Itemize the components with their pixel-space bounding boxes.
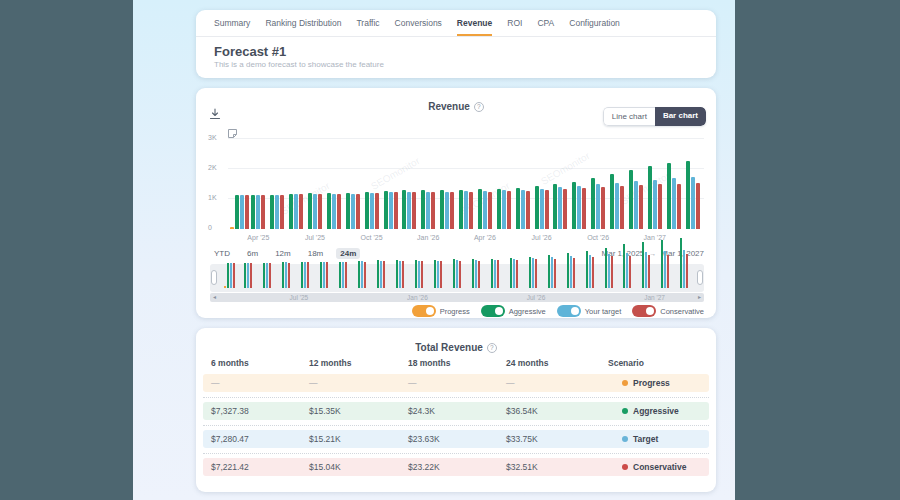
bar-group-sep-26[interactable] xyxy=(570,138,589,229)
mini-bar-aggressive xyxy=(472,259,474,288)
mini-bar-group xyxy=(504,258,523,288)
mini-bar-conservative xyxy=(686,254,688,288)
table-help-icon[interactable]: ? xyxy=(487,343,497,353)
bar-group-jun-26[interactable] xyxy=(513,138,532,229)
bar-conservative xyxy=(507,191,511,229)
bar-group-jul-25[interactable] xyxy=(306,138,325,229)
tab-cpa[interactable]: CPA xyxy=(537,10,554,36)
cell-target-6-months: $7,280.47 xyxy=(211,434,309,444)
mini-bar-conservative xyxy=(648,255,650,288)
mini-bar-your-target xyxy=(683,250,685,289)
scroll-left-icon[interactable]: ◂ xyxy=(213,293,216,302)
minimap-bars xyxy=(220,266,694,288)
range-option-24m[interactable]: 24m xyxy=(336,248,360,259)
bar-conservative xyxy=(394,192,398,229)
bar-group-jan-27[interactable] xyxy=(645,138,664,229)
bar-group-apr-25[interactable] xyxy=(249,138,268,229)
bar-group-jun-25[interactable] xyxy=(287,138,306,229)
bar-group-oct-26[interactable] xyxy=(589,138,608,229)
bar-conservative xyxy=(696,183,700,229)
bar-conservative xyxy=(375,193,379,229)
mini-bar-aggressive xyxy=(358,261,360,288)
bar-group-jan-26[interactable] xyxy=(419,138,438,229)
line-chart-button[interactable]: Line chart xyxy=(603,107,655,126)
bar-chart-button[interactable]: Bar chart xyxy=(655,107,706,126)
table-row-conservative[interactable]: $7,221.42$15.04K$23.22K$32.51KConservati… xyxy=(203,458,709,476)
table-row-aggressive[interactable]: $7,327.38$15.35K$24.3K$36.54KAggressive xyxy=(203,402,709,420)
mini-bar-your-target xyxy=(323,262,325,288)
bar-your-target xyxy=(691,177,695,230)
bar-group-may-25[interactable] xyxy=(268,138,287,229)
table-row-progress[interactable]: ————Progress xyxy=(203,374,709,392)
y-tick-0: 0 xyxy=(208,224,224,231)
bar-your-target xyxy=(653,180,657,229)
mini-bar-conservative xyxy=(554,259,556,288)
chart-scrollbar[interactable]: ◂ ▸ Jul '25Jan '26Jul '26Jan '27 xyxy=(210,293,704,302)
bar-group-may-26[interactable] xyxy=(494,138,513,229)
page-title: Forecast #1 xyxy=(196,37,716,60)
column-header-24-months: 24 months xyxy=(506,358,608,368)
bar-group-mar-27[interactable] xyxy=(683,138,702,229)
range-option-12m[interactable]: 12m xyxy=(271,248,295,259)
range-option-ytd[interactable]: YTD xyxy=(210,248,234,259)
help-icon[interactable]: ? xyxy=(474,102,484,112)
tab-ranking-distribution[interactable]: Ranking Distribution xyxy=(265,10,341,36)
mini-bar-your-target xyxy=(285,262,287,288)
mini-bar-group xyxy=(296,262,315,288)
mini-bar-conservative xyxy=(629,256,631,288)
legend-toggle-your-target[interactable] xyxy=(557,305,581,317)
tab-conversions[interactable]: Conversions xyxy=(395,10,442,36)
download-icon[interactable] xyxy=(209,108,221,120)
bar-group-sep-25[interactable] xyxy=(343,138,362,229)
bar-aggressive xyxy=(686,161,690,229)
bar-group-nov-26[interactable] xyxy=(608,138,627,229)
brush-handle-right[interactable] xyxy=(697,270,703,285)
bar-your-target xyxy=(332,194,336,229)
bar-group-apr-26[interactable] xyxy=(476,138,495,229)
bar-your-target xyxy=(407,192,411,229)
scenario-label-conservative: Conservative xyxy=(633,462,686,472)
range-option-18m[interactable]: 18m xyxy=(304,248,328,259)
bar-conservative xyxy=(299,194,303,229)
legend-toggle-progress[interactable] xyxy=(412,305,436,317)
tab-traffic[interactable]: Traffic xyxy=(356,10,379,36)
bar-group-jul-26[interactable] xyxy=(532,138,551,229)
legend-item-conservative: Conservative xyxy=(632,305,704,317)
mini-bar-conservative xyxy=(535,259,537,288)
tab-revenue[interactable]: Revenue xyxy=(457,10,492,36)
bar-conservative xyxy=(582,188,586,229)
scroll-right-icon[interactable]: ▸ xyxy=(698,293,701,302)
cell-progress-6-months: — xyxy=(211,378,309,388)
table-row-target[interactable]: $7,280.47$15.21K$23.63K$33.75KTarget xyxy=(203,430,709,448)
mini-bar-aggressive xyxy=(227,263,229,288)
bar-group-oct-25[interactable] xyxy=(362,138,381,229)
column-header-12-months: 12 months xyxy=(309,358,408,368)
bar-group-aug-25[interactable] xyxy=(325,138,344,229)
bar-group-feb-26[interactable] xyxy=(438,138,457,229)
legend-label-progress: Progress xyxy=(440,307,470,316)
tab-configuration[interactable]: Configuration xyxy=(569,10,620,36)
mini-bar-aggressive xyxy=(320,262,322,288)
legend-toggle-aggressive[interactable] xyxy=(481,305,505,317)
bar-your-target xyxy=(370,193,374,229)
tab-roi[interactable]: ROI xyxy=(507,10,522,36)
legend-label-aggressive: Aggressive xyxy=(509,307,546,316)
bar-aggressive xyxy=(289,194,293,229)
bar-group-aug-26[interactable] xyxy=(551,138,570,229)
bar-group-dec-25[interactable] xyxy=(400,138,419,229)
bar-group-mar-26[interactable] xyxy=(457,138,476,229)
bar-group-feb-27[interactable] xyxy=(664,138,683,229)
mini-bar-your-target xyxy=(380,261,382,288)
legend-toggle-conservative[interactable] xyxy=(632,305,656,317)
x-tick-apr-26: Apr '26 xyxy=(474,234,496,241)
tab-summary[interactable]: Summary xyxy=(214,10,250,36)
bar-conservative xyxy=(526,191,530,229)
brush-handle-left[interactable] xyxy=(211,270,217,285)
minimap-brush[interactable] xyxy=(210,264,704,292)
bar-group-mar-25[interactable] xyxy=(230,138,249,229)
bar-conservative xyxy=(261,195,265,229)
bar-group-dec-26[interactable] xyxy=(627,138,646,229)
y-tick-3k: 3K xyxy=(208,134,224,141)
bar-group-nov-25[interactable] xyxy=(381,138,400,229)
range-option-6m[interactable]: 6m xyxy=(243,248,262,259)
